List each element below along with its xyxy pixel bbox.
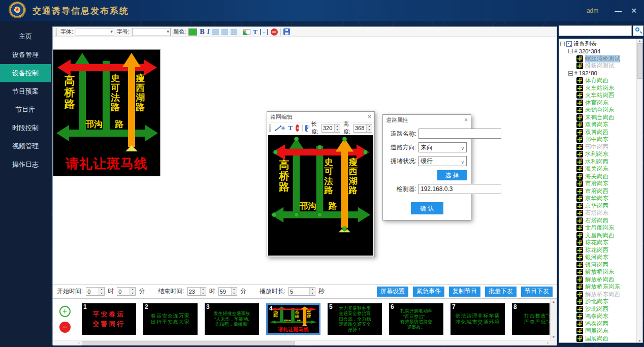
tree-device-解放桥东岗东[interactable]: 解放桥东岗东 xyxy=(560,283,636,291)
fit-width-icon[interactable]: ↔ xyxy=(260,29,268,35)
tree-device-螺丝湾桥测试[interactable]: 螺丝湾桥测试 xyxy=(560,55,636,62)
confirm-button[interactable]: 确 认 xyxy=(411,202,443,214)
scroll-up-icon[interactable]: ▲ xyxy=(638,39,641,43)
insert-image-icon[interactable] xyxy=(243,29,250,35)
tree-device-国展岗东[interactable]: 国展岗东 xyxy=(560,328,636,335)
length-input[interactable] xyxy=(322,124,334,132)
program-thumbnail-8[interactable]: 8打击整改“灯严查严惩“机 xyxy=(512,303,550,335)
spin-up-icon[interactable]: ▲ xyxy=(201,288,206,292)
tree-device-海关岗西[interactable]: 海关岗西 xyxy=(560,173,636,180)
spin-up-icon[interactable]: ▲ xyxy=(335,124,340,129)
sidebar-item-操作日志[interactable]: 操作日志 xyxy=(0,155,51,174)
spin-up-icon[interactable]: ▲ xyxy=(367,124,372,129)
tree-device-银河岗东[interactable]: 银河岗东 xyxy=(560,254,636,262)
tree-device-维扬岗测试[interactable]: 维扬岗测试 xyxy=(560,62,636,70)
strip-horizontal-scrollbar[interactable]: ‹ › xyxy=(53,340,557,345)
spin-up-icon[interactable]: ▲ xyxy=(99,288,104,292)
sidebar-item-视频管理[interactable]: 视频管理 xyxy=(0,137,51,155)
program-thumbnail-2[interactable]: 2春运安全连万家出行平安靠大家 xyxy=(143,303,198,335)
tree-device-解放桥东岗西[interactable]: 解放桥东岗西 xyxy=(560,291,636,298)
spin-down-icon[interactable]: ▼ xyxy=(335,128,340,132)
tree-device-解放桥岗东[interactable]: 解放桥岗东 xyxy=(560,269,636,276)
tree-device-水利岗西[interactable]: 水利岗西 xyxy=(560,158,636,166)
tree-device-双博岗西[interactable]: 双博岗西 xyxy=(560,129,636,136)
scroll-right-icon[interactable]: › xyxy=(547,340,549,345)
scroll-down-icon[interactable]: ▼ xyxy=(552,335,556,339)
text-tool-icon[interactable]: T xyxy=(288,124,293,132)
expand-toggle-icon[interactable] xyxy=(568,71,573,76)
tree-group-192*80[interactable]: #192*80 xyxy=(560,70,636,77)
tree-device-沙北岗东[interactable]: 沙北岗东 xyxy=(560,298,636,306)
tree-device-火车站岗西[interactable]: 火车站岗西 xyxy=(560,92,636,100)
device-search-input[interactable] xyxy=(559,25,632,36)
sidebar-item-设备控制[interactable]: 设备控制 xyxy=(0,64,51,82)
add-program-button[interactable]: + xyxy=(59,306,71,317)
fontsize-select[interactable] xyxy=(132,28,171,36)
tree-device-解放桥岗西[interactable]: 解放桥岗西 xyxy=(560,276,636,283)
spin-down-icon[interactable]: ▼ xyxy=(232,292,237,296)
expand-toggle-icon[interactable] xyxy=(568,49,573,53)
search-button[interactable] xyxy=(633,25,643,36)
schedule-button-屏幕设置[interactable]: 屏幕设置 xyxy=(377,287,408,297)
traffic-diagram-editable[interactable]: 高桥路史可法路瘦西湖路邗沟路 xyxy=(268,135,373,237)
program-thumbnail-7[interactable]: 7依法治理非标车辆净化城市交通环境 xyxy=(450,303,505,335)
tree-device-邗中岗东[interactable]: 邗中岗东 xyxy=(560,136,636,144)
tree-device-文昌阁岗东[interactable]: 文昌阁岗东 xyxy=(560,225,636,232)
end-hour-input[interactable] xyxy=(188,288,200,295)
spin-up-icon[interactable]: ▲ xyxy=(232,288,237,292)
tree-device-鸿泰岗西[interactable]: 鸿泰岗西 xyxy=(560,320,636,328)
spin-down-icon[interactable]: ▼ xyxy=(201,292,206,296)
tree-device-邗中岗西[interactable]: 邗中岗西 xyxy=(560,143,636,151)
tree-device-石塔岗东[interactable]: 石塔岗东 xyxy=(560,210,636,217)
road-name-input[interactable] xyxy=(418,129,501,139)
tree-device-火车站岗东[interactable]: 火车站岗东 xyxy=(560,84,636,92)
tree-device-石塔岗西[interactable]: 石塔岗西 xyxy=(560,217,636,225)
congestion-select[interactable]: 缓行 xyxy=(418,156,467,166)
schedule-button-节目下发[interactable]: 节目下发 xyxy=(521,287,553,297)
scroll-up-icon[interactable]: ▲ xyxy=(552,300,556,303)
program-thumbnail-3[interactable]: 3发生轻微交通事故“人未伤，车能动,先拍照，后撤离” xyxy=(205,303,259,335)
sidebar-item-节目库[interactable]: 节目库 xyxy=(0,101,51,119)
schedule-button-复制节目[interactable]: 复制节目 xyxy=(449,287,480,297)
tree-device-市府岗东[interactable]: 市府岗东 xyxy=(560,180,636,188)
tree-device-体育岗东[interactable]: 体育岗东 xyxy=(560,99,636,107)
height-input[interactable] xyxy=(354,124,366,132)
tree-device-双博岗东[interactable]: 双博岗东 xyxy=(560,121,636,129)
scroll-down-icon[interactable]: ▼ xyxy=(638,339,641,342)
scroll-left-icon[interactable]: ‹ xyxy=(78,340,80,345)
tree-device-琼花岗西[interactable]: 琼花岗西 xyxy=(560,246,636,254)
sidebar-item-节目预案[interactable]: 节目预案 xyxy=(0,82,51,101)
draw-road-icon[interactable] xyxy=(275,124,278,132)
delete-icon[interactable] xyxy=(271,28,278,36)
props-close-icon[interactable]: × xyxy=(464,116,468,123)
duration-input[interactable] xyxy=(289,288,309,295)
roadnet-close-icon[interactable]: × xyxy=(368,113,371,120)
program-thumbnail-1[interactable]: 1平安春运交警同行 xyxy=(82,303,136,335)
spin-down-icon[interactable]: ▼ xyxy=(310,292,315,296)
color-swatch[interactable] xyxy=(188,28,197,36)
detector-input[interactable] xyxy=(418,184,501,194)
program-thumbnail-5[interactable]: 5大力开展秋冬季交通安全整治百日会战，全力稳定道路交通安全形势！ xyxy=(328,303,382,335)
tree-device-京华岗西[interactable]: 京华岗西 xyxy=(560,202,636,210)
editor-canvas[interactable]: 高桥路史可法路瘦西湖路邗沟路 请礼让斑马线 路网编辑 × + T 长度: xyxy=(53,38,557,284)
spin-up-icon[interactable]: ▲ xyxy=(310,288,315,292)
tree-device-市府岗西[interactable]: 市府岗西 xyxy=(560,187,636,195)
close-icon[interactable]: ✕ xyxy=(631,7,637,14)
toolbar-grip[interactable] xyxy=(55,28,57,36)
scrollbar-thumb[interactable] xyxy=(82,341,295,345)
roadnet-dialog-titlebar[interactable]: 路网编辑 × xyxy=(267,112,374,122)
align-left-icon[interactable] xyxy=(212,29,219,35)
expand-toggle-icon[interactable] xyxy=(560,42,565,46)
tree-device-鸿泰岗东[interactable]: 鸿泰岗东 xyxy=(560,313,636,321)
start-minute-input[interactable] xyxy=(117,288,130,295)
sidebar-item-主页[interactable]: 主页 xyxy=(0,27,51,46)
bold-button[interactable]: B xyxy=(200,28,204,36)
tree-device-银河岗西[interactable]: 银河岗西 xyxy=(560,261,636,269)
program-thumbnail-4[interactable]: 4高桥路史可法路瘦西湖路邗沟路请礼让斑马线 xyxy=(266,303,320,335)
tree-device-琼花岗东[interactable]: 琼花岗东 xyxy=(560,239,636,247)
crossing-tool-icon[interactable]: + xyxy=(281,124,285,132)
tree-device-国展岗西[interactable]: 国展岗西 xyxy=(560,335,636,342)
select-detector-button[interactable]: 选 择 xyxy=(437,170,467,180)
tree-device-体育岗西[interactable]: 体育岗西 xyxy=(560,77,636,85)
tree-device-来鹤台岗西[interactable]: 来鹤台岗西 xyxy=(560,114,636,121)
